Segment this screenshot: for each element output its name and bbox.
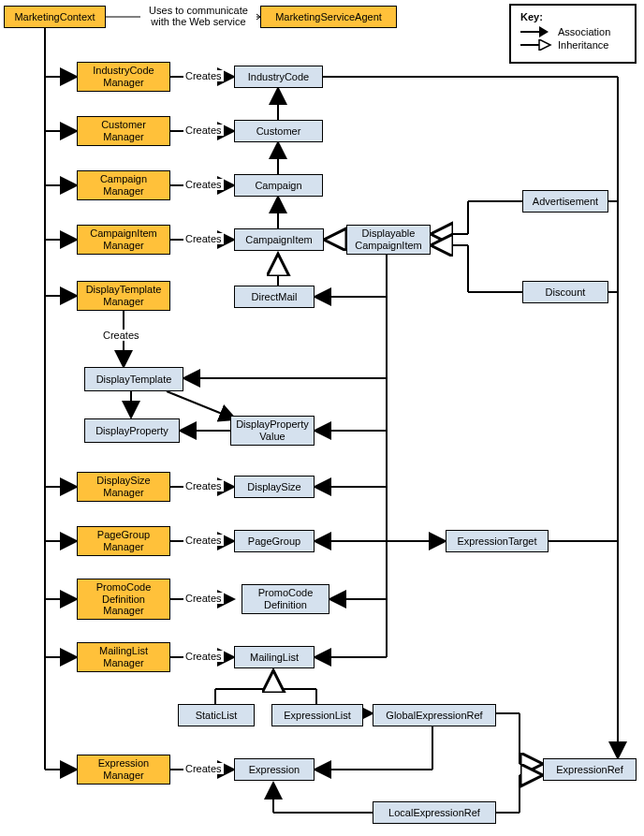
node-displaysize-manager: DisplaySizeManager — [77, 472, 170, 502]
creates-label: Creates — [183, 233, 224, 244]
node-discount: Discount — [522, 281, 608, 303]
node-pagegroup-manager: PageGroupManager — [77, 526, 170, 556]
node-expressiontarget: ExpressionTarget — [446, 530, 549, 552]
svg-line-49 — [167, 391, 236, 419]
node-expressionref: ExpressionRef — [543, 758, 637, 781]
key-title: Key: — [520, 11, 625, 22]
node-marketing-service-agent: MarketingServiceAgent — [260, 6, 397, 28]
node-directmail: DirectMail — [234, 286, 315, 308]
node-expressionlist: ExpressionList — [271, 704, 363, 726]
node-promocodedef: PromoCodeDefinition — [242, 584, 329, 614]
node-displayable-campaignitem: DisplayableCampaignItem — [346, 225, 431, 255]
node-displaytemplate: DisplayTemplate — [84, 367, 183, 391]
node-customer-manager: CustomerManager — [77, 116, 170, 146]
node-mailinglist: MailingList — [234, 646, 315, 668]
node-industrycode: IndustryCode — [234, 66, 323, 88]
node-displaytemplate-manager: DisplayTemplateManager — [77, 281, 170, 311]
creates-label: Creates — [183, 480, 224, 491]
node-campaignitem: CampaignItem — [234, 228, 324, 251]
node-pagegroup: PageGroup — [234, 530, 315, 552]
node-marketing-context: MarketingContext — [4, 6, 106, 28]
creates-label: Creates — [183, 179, 224, 190]
creates-label: Creates — [183, 535, 224, 546]
node-globalexpressionref: GlobalExpressionRef — [373, 704, 496, 726]
node-displayproperty: DisplayProperty — [84, 418, 180, 443]
node-localexpressionref: LocalExpressionRef — [373, 801, 496, 824]
node-campaign-manager: CampaignManager — [77, 170, 170, 200]
creates-label: Creates — [183, 763, 224, 774]
node-campaignitem-manager: CampaignItemManager — [77, 225, 170, 255]
node-displaypropertyvalue: DisplayPropertyValue — [230, 416, 315, 446]
node-promocodedef-manager: PromoCodeDefinitionManager — [77, 579, 170, 620]
creates-label: Creates — [183, 593, 224, 604]
node-advertisement: Advertisement — [522, 190, 608, 213]
node-expression-manager: ExpressionManager — [77, 755, 170, 785]
creates-label: Creates — [183, 70, 224, 81]
node-customer: Customer — [234, 120, 323, 142]
node-expression: Expression — [234, 758, 315, 781]
key-assoc-label: Association — [558, 26, 610, 37]
node-campaign: Campaign — [234, 174, 323, 197]
uses-label: Uses to communicatewith the Web service — [140, 5, 256, 27]
key-inh-label: Inheritance — [558, 39, 608, 51]
creates-label: Creates — [101, 330, 141, 341]
node-mailinglist-manager: MailingListManager — [77, 642, 170, 672]
node-staticlist: StaticList — [178, 704, 255, 726]
creates-label: Creates — [183, 651, 224, 662]
key-legend: Key: Association Inheritance — [509, 4, 637, 64]
node-industrycode-manager: IndustryCodeManager — [77, 62, 170, 92]
node-displaysize: DisplaySize — [234, 476, 315, 498]
creates-label: Creates — [183, 125, 224, 136]
